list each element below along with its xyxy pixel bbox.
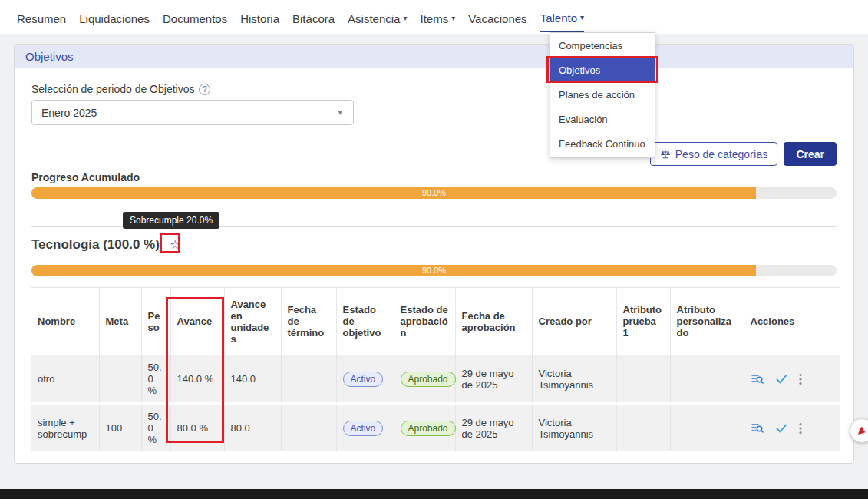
cell-fecha-aprobacion: 29 de mayo de 2025 [455, 355, 532, 404]
peso-categorias-label: Peso de categorías [675, 148, 768, 160]
period-select-label-row: Selección de periodo de Objetivos ? [31, 83, 837, 95]
cell-avance-unidades: 80.0 [224, 404, 281, 453]
cell-fecha-aprobacion: 29 de mayo de 2025 [455, 404, 532, 453]
objectives-table: Nombre Meta Peso Avance Avance en unidad… [31, 287, 840, 454]
status-badge-aprobado: Aprobado [401, 421, 456, 436]
cell-fecha-termino [281, 404, 336, 453]
period-select[interactable]: Enero 2025 ▾ [31, 100, 354, 125]
pdf-icon [856, 425, 868, 437]
menu-item-planes-de-accion[interactable]: Planes de acción [550, 83, 655, 107]
talento-dropdown-menu: Competencias Objetivos Planes de acción … [550, 32, 655, 158]
column-header-estado-objetivo: Estado de objetivo [336, 288, 394, 355]
sobrecumple-tooltip: Sobrecumple 20.0% [123, 212, 219, 229]
column-header-creado-por: Creado por [532, 288, 616, 355]
kebab-menu-icon[interactable] [799, 373, 802, 385]
status-badge-activo: Activo [343, 372, 384, 387]
check-icon[interactable] [775, 373, 787, 385]
status-badge-activo: Activo [343, 421, 384, 436]
cell-creado-por: Victoria Tsimoyannis [532, 404, 616, 453]
cell-atributo-prueba [616, 404, 670, 453]
pdf-export-button[interactable] [850, 418, 868, 443]
column-header-meta: Meta [99, 288, 141, 355]
peso-categorias-button[interactable]: Peso de categorías [650, 142, 778, 166]
nav-item-asistencia[interactable]: Asistencia▾ [348, 3, 407, 31]
period-select-value: Enero 2025 [41, 107, 97, 119]
menu-item-feedback-continuo[interactable]: Feedback Continuo [550, 132, 655, 157]
cell-estado-objetivo: Activo [336, 355, 394, 404]
progress-bar-categoria: 90.0% [31, 265, 837, 276]
bottom-bar [0, 489, 868, 499]
nav-item-items[interactable]: Items▾ [420, 3, 455, 31]
nav-item-talento[interactable]: Talento▾ [540, 2, 584, 32]
status-badge-aprobado: Aprobado [401, 372, 456, 387]
nav-item-label: Asistencia [348, 12, 400, 25]
action-buttons-row: Peso de categorías Crear [31, 142, 837, 166]
weight-scale-icon [660, 149, 671, 160]
cell-meta: 100 [99, 404, 141, 453]
column-header-peso: Peso [141, 288, 170, 355]
nav-item-resumen[interactable]: Resumen [17, 3, 66, 31]
nav-item-historia[interactable]: Historia [240, 3, 279, 31]
view-details-icon[interactable] [751, 372, 764, 385]
menu-item-competencias[interactable]: Competencias [550, 34, 655, 58]
top-nav: Resumen Liquidaciones Documentos Histori… [0, 0, 868, 34]
nav-item-label: Vacaciones [468, 12, 526, 25]
panel-body: Selección de periodo de Objetivos ? Ener… [15, 68, 853, 454]
cell-meta [99, 355, 141, 404]
cell-nombre: simple + sobrecump [31, 404, 99, 453]
column-header-acciones: Acciones [744, 288, 840, 355]
column-header-avance-unidades: Avance en unidades [224, 288, 281, 355]
nav-item-label: Resumen [17, 12, 66, 25]
progreso-acumulado-label: Progreso Acumulado [31, 171, 837, 183]
column-header-fecha-termino: Fecha de término [281, 288, 336, 355]
category-header-row: Tecnología (100.0 %) ☆ [31, 237, 837, 253]
cell-peso: 50.0 % [141, 355, 170, 404]
cell-peso: 50.0 % [141, 404, 170, 453]
chevron-down-icon: ▾ [451, 15, 455, 22]
nav-item-bitacora[interactable]: Bitácora [292, 3, 335, 31]
progress-value: 90.0% [31, 187, 837, 199]
kebab-menu-icon[interactable] [799, 422, 802, 435]
column-header-nombre: Nombre [31, 288, 99, 355]
column-header-atributo-personalizado: Atributo personalizado [670, 288, 744, 355]
check-icon[interactable] [775, 422, 787, 435]
cell-avance-unidades: 140.0 [224, 355, 281, 404]
progress-bar-acumulado: 90.0% [31, 187, 837, 199]
chevron-down-icon: ▾ [338, 107, 342, 117]
table-row: simple + sobrecump 100 50.0 % 80.0 % 80.… [31, 404, 840, 453]
cell-nombre: otro [31, 355, 99, 404]
nav-item-label: Talento [540, 12, 577, 25]
period-select-label: Selección de periodo de Objetivos [31, 83, 194, 95]
nav-item-documentos[interactable]: Documentos [163, 3, 227, 31]
column-header-estado-aprobacion: Estado de aprobación [394, 288, 455, 355]
star-icon[interactable]: ☆ [167, 237, 183, 253]
crear-button[interactable]: Crear [784, 142, 837, 166]
nav-item-label: Liquidaciones [79, 12, 150, 25]
help-icon[interactable]: ? [199, 84, 210, 95]
category-title: Tecnología (100.0 %) [31, 237, 160, 253]
column-header-atributo-prueba: Atributo prueba 1 [616, 288, 670, 355]
menu-item-objetivos[interactable]: Objetivos [550, 58, 655, 83]
nav-item-label: Items [420, 12, 448, 25]
nav-item-label: Bitácora [292, 12, 335, 25]
cell-estado-aprobacion: Aprobado [394, 355, 455, 404]
progress-value: 90.0% [31, 265, 837, 276]
menu-item-evaluacion[interactable]: Evaluación [550, 107, 655, 132]
table-row: otro 50.0 % 140.0 % 140.0 Activo Aprobad… [31, 355, 840, 404]
table-header-row: Nombre Meta Peso Avance Avance en unidad… [31, 288, 840, 355]
nav-item-label: Documentos [163, 12, 227, 25]
cell-avance: 140.0 % [170, 355, 224, 404]
cell-creado-por: Victoria Tsimoyannis [532, 355, 616, 404]
nav-item-liquidaciones[interactable]: Liquidaciones [79, 3, 150, 31]
cell-estado-objetivo: Activo [336, 404, 394, 453]
cell-atributo-prueba [616, 355, 670, 404]
cell-estado-aprobacion: Aprobado [394, 404, 455, 453]
nav-item-label: Historia [240, 12, 279, 25]
nav-item-vacaciones[interactable]: Vacaciones [468, 3, 526, 31]
cell-acciones [744, 355, 840, 404]
cell-avance: 80.0 % [170, 404, 224, 453]
view-details-icon[interactable] [751, 421, 764, 435]
column-header-fecha-aprobacion: Fecha de aprobación [455, 288, 532, 355]
cell-acciones [744, 404, 840, 453]
cell-fecha-termino [281, 355, 336, 404]
